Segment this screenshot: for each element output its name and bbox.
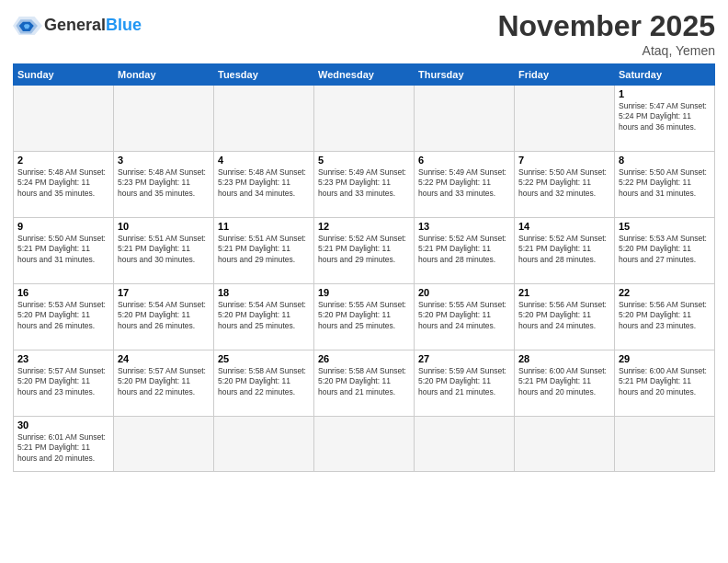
day-number: 23 (17, 353, 109, 364)
day-number: 9 (17, 221, 109, 232)
calendar: Sunday Monday Tuesday Wednesday Thursday… (13, 63, 715, 472)
day-number: 13 (418, 221, 510, 232)
table-row: 1Sunrise: 5:47 AM Sunset: 5:24 PM Daylig… (615, 86, 715, 152)
table-row: 15Sunrise: 5:53 AM Sunset: 5:20 PM Dayli… (615, 218, 715, 284)
cell-info: Sunrise: 5:53 AM Sunset: 5:20 PM Dayligh… (17, 300, 109, 331)
table-row (415, 417, 515, 472)
table-row: 6Sunrise: 5:49 AM Sunset: 5:22 PM Daylig… (415, 152, 515, 218)
table-row (515, 417, 615, 472)
col-saturday: Saturday (615, 64, 715, 86)
logo: GeneralBlue (13, 13, 142, 39)
table-row: 7Sunrise: 5:50 AM Sunset: 5:22 PM Daylig… (515, 152, 615, 218)
col-thursday: Thursday (415, 64, 515, 86)
cell-info: Sunrise: 5:55 AM Sunset: 5:20 PM Dayligh… (318, 300, 410, 331)
day-number: 15 (619, 221, 711, 232)
table-row (415, 86, 515, 152)
title-block: November 2025 Ataq, Yemen (497, 9, 715, 58)
table-row: 12Sunrise: 5:52 AM Sunset: 5:21 PM Dayli… (314, 218, 415, 284)
day-number: 29 (619, 353, 711, 364)
day-number: 1 (619, 88, 711, 99)
table-row (14, 86, 114, 152)
cell-info: Sunrise: 6:00 AM Sunset: 5:21 PM Dayligh… (619, 366, 711, 397)
day-number: 16 (17, 287, 109, 298)
day-number: 2 (17, 155, 109, 166)
month-title: November 2025 (497, 9, 715, 43)
cell-info: Sunrise: 5:50 AM Sunset: 5:21 PM Dayligh… (17, 234, 109, 265)
cell-info: Sunrise: 5:52 AM Sunset: 5:21 PM Dayligh… (418, 234, 510, 265)
table-row: 2Sunrise: 5:48 AM Sunset: 5:24 PM Daylig… (14, 152, 114, 218)
cell-info: Sunrise: 5:55 AM Sunset: 5:20 PM Dayligh… (418, 300, 510, 331)
table-row (515, 86, 615, 152)
table-row: 27Sunrise: 5:59 AM Sunset: 5:20 PM Dayli… (415, 350, 515, 417)
day-number: 21 (518, 287, 610, 298)
table-row: 5Sunrise: 5:49 AM Sunset: 5:23 PM Daylig… (314, 152, 415, 218)
cell-info: Sunrise: 5:57 AM Sunset: 5:20 PM Dayligh… (118, 366, 210, 397)
cell-info: Sunrise: 5:59 AM Sunset: 5:20 PM Dayligh… (418, 366, 510, 397)
table-row: 17Sunrise: 5:54 AM Sunset: 5:20 PM Dayli… (114, 284, 214, 350)
table-row: 26Sunrise: 5:58 AM Sunset: 5:20 PM Dayli… (314, 350, 415, 417)
cell-info: Sunrise: 5:52 AM Sunset: 5:21 PM Dayligh… (318, 234, 410, 265)
day-number: 17 (118, 287, 210, 298)
day-number: 19 (318, 287, 410, 298)
cell-info: Sunrise: 5:47 AM Sunset: 5:24 PM Dayligh… (619, 101, 711, 132)
day-number: 26 (318, 353, 410, 364)
cell-info: Sunrise: 5:53 AM Sunset: 5:20 PM Dayligh… (619, 234, 711, 265)
col-monday: Monday (114, 64, 214, 86)
day-number: 18 (218, 287, 310, 298)
table-row: 11Sunrise: 5:51 AM Sunset: 5:21 PM Dayli… (214, 218, 314, 284)
col-wednesday: Wednesday (314, 64, 415, 86)
cell-info: Sunrise: 5:50 AM Sunset: 5:22 PM Dayligh… (518, 167, 610, 199)
table-row (214, 417, 314, 472)
cell-info: Sunrise: 5:52 AM Sunset: 5:21 PM Dayligh… (518, 234, 610, 265)
cell-info: Sunrise: 5:56 AM Sunset: 5:20 PM Dayligh… (518, 300, 610, 331)
day-number: 4 (218, 155, 310, 166)
table-row: 16Sunrise: 5:53 AM Sunset: 5:20 PM Dayli… (14, 284, 114, 350)
cell-info: Sunrise: 6:00 AM Sunset: 5:21 PM Dayligh… (518, 366, 610, 397)
day-number: 22 (619, 287, 711, 298)
table-row (314, 86, 415, 152)
cell-info: Sunrise: 5:57 AM Sunset: 5:20 PM Dayligh… (17, 366, 109, 397)
day-number: 10 (118, 221, 210, 232)
day-number: 25 (218, 353, 310, 364)
cell-info: Sunrise: 5:54 AM Sunset: 5:20 PM Dayligh… (118, 300, 210, 331)
calendar-header-row: Sunday Monday Tuesday Wednesday Thursday… (14, 64, 715, 86)
table-row (314, 417, 415, 472)
cell-info: Sunrise: 5:51 AM Sunset: 5:21 PM Dayligh… (118, 234, 210, 265)
day-number: 5 (318, 155, 410, 166)
day-number: 27 (418, 353, 510, 364)
location: Ataq, Yemen (497, 43, 715, 58)
day-number: 24 (118, 353, 210, 364)
cell-info: Sunrise: 5:54 AM Sunset: 5:20 PM Dayligh… (218, 300, 310, 331)
cell-info: Sunrise: 5:58 AM Sunset: 5:20 PM Dayligh… (318, 366, 410, 397)
table-row: 24Sunrise: 5:57 AM Sunset: 5:20 PM Dayli… (114, 350, 214, 417)
table-row: 3Sunrise: 5:48 AM Sunset: 5:23 PM Daylig… (114, 152, 214, 218)
cell-info: Sunrise: 5:48 AM Sunset: 5:23 PM Dayligh… (118, 167, 210, 199)
table-row: 25Sunrise: 5:58 AM Sunset: 5:20 PM Dayli… (214, 350, 314, 417)
table-row (214, 86, 314, 152)
table-row: 10Sunrise: 5:51 AM Sunset: 5:21 PM Dayli… (114, 218, 214, 284)
table-row (114, 86, 214, 152)
header: GeneralBlue November 2025 Ataq, Yemen (13, 9, 715, 58)
day-number: 11 (218, 221, 310, 232)
day-number: 12 (318, 221, 410, 232)
cell-info: Sunrise: 6:01 AM Sunset: 5:21 PM Dayligh… (17, 432, 109, 464)
cell-info: Sunrise: 5:49 AM Sunset: 5:23 PM Dayligh… (318, 167, 410, 199)
table-row: 14Sunrise: 5:52 AM Sunset: 5:21 PM Dayli… (515, 218, 615, 284)
table-row: 28Sunrise: 6:00 AM Sunset: 5:21 PM Dayli… (515, 350, 615, 417)
cell-info: Sunrise: 5:51 AM Sunset: 5:21 PM Dayligh… (218, 234, 310, 265)
table-row: 30Sunrise: 6:01 AM Sunset: 5:21 PM Dayli… (14, 417, 114, 472)
table-row: 18Sunrise: 5:54 AM Sunset: 5:20 PM Dayli… (214, 284, 314, 350)
table-row: 29Sunrise: 6:00 AM Sunset: 5:21 PM Dayli… (615, 350, 715, 417)
day-number: 8 (619, 155, 711, 166)
day-number: 3 (118, 155, 210, 166)
logo-text: GeneralBlue (44, 17, 142, 35)
table-row: 9Sunrise: 5:50 AM Sunset: 5:21 PM Daylig… (14, 218, 114, 284)
table-row (615, 417, 715, 472)
table-row: 20Sunrise: 5:55 AM Sunset: 5:20 PM Dayli… (415, 284, 515, 350)
day-number: 30 (17, 419, 109, 431)
day-number: 6 (418, 155, 510, 166)
cell-info: Sunrise: 5:49 AM Sunset: 5:22 PM Dayligh… (418, 167, 510, 199)
day-number: 14 (518, 221, 610, 232)
day-number: 7 (518, 155, 610, 166)
cell-info: Sunrise: 5:58 AM Sunset: 5:20 PM Dayligh… (218, 366, 310, 397)
